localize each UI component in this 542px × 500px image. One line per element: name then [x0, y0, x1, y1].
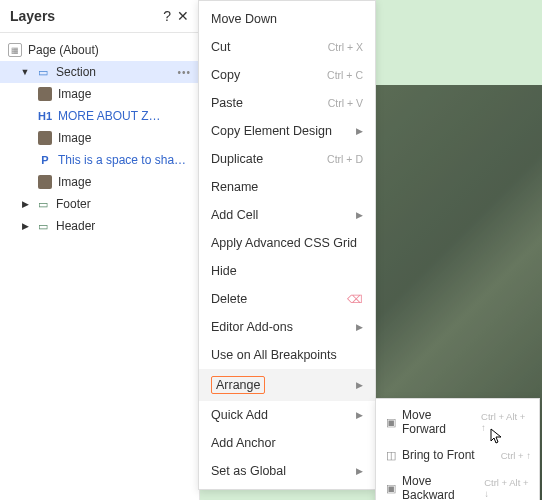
item-label: Image [58, 175, 91, 189]
menu-duplicate[interactable]: DuplicateCtrl + D [199, 145, 375, 173]
page-icon: ▦ [8, 43, 22, 57]
expand-icon[interactable]: ▶ [20, 199, 30, 209]
menu-addons[interactable]: Editor Add-ons▶ [199, 313, 375, 341]
item-label: This is a space to sha… [58, 153, 186, 167]
item-label: Image [58, 87, 91, 101]
tree-header[interactable]: ▶ ▭ Header [0, 215, 199, 237]
layers-panel: Layers ? ✕ ▦ Page (About) ▼ ▭ Section ••… [0, 0, 200, 500]
menu-css-grid[interactable]: Apply Advanced CSS Grid [199, 229, 375, 257]
chevron-right-icon: ▶ [356, 410, 363, 420]
arrange-submenu: ▣ Move ForwardCtrl + Alt + ↑ ◫ Bring to … [375, 398, 540, 500]
menu-copy[interactable]: CopyCtrl + C [199, 61, 375, 89]
image-thumb-icon [38, 175, 52, 189]
tree-heading[interactable]: H1 MORE ABOUT Z… [0, 105, 199, 127]
move-forward-icon: ▣ [384, 416, 397, 429]
delete-icon: ⌫ [347, 293, 363, 306]
footer-label: Footer [56, 197, 91, 211]
layers-title: Layers [10, 8, 55, 24]
help-icon[interactable]: ? [163, 8, 171, 24]
collapse-icon[interactable]: ▼ [20, 67, 30, 77]
close-icon[interactable]: ✕ [177, 8, 189, 24]
tree-image-2[interactable]: Image [0, 127, 199, 149]
section-label: Section [56, 65, 96, 79]
menu-move-down[interactable]: Move Down [199, 5, 375, 33]
menu-cut[interactable]: CutCtrl + X [199, 33, 375, 61]
image-thumb-icon [38, 87, 52, 101]
menu-hide[interactable]: Hide [199, 257, 375, 285]
image-thumb-icon [38, 131, 52, 145]
p-icon: P [38, 153, 52, 167]
submenu-move-forward[interactable]: ▣ Move ForwardCtrl + Alt + ↑ [376, 402, 539, 442]
tree-image-3[interactable]: Image [0, 171, 199, 193]
submenu-move-backward[interactable]: ▣ Move BackwardCtrl + Alt + ↓ [376, 468, 539, 500]
menu-paste[interactable]: PasteCtrl + V [199, 89, 375, 117]
tree-footer[interactable]: ▶ ▭ Footer [0, 193, 199, 215]
chevron-right-icon: ▶ [356, 322, 363, 332]
menu-rename[interactable]: Rename [199, 173, 375, 201]
menu-add-anchor[interactable]: Add Anchor [199, 429, 375, 457]
tree-page[interactable]: ▦ Page (About) [0, 39, 199, 61]
menu-breakpoints[interactable]: Use on All Breakpoints [199, 341, 375, 369]
item-label: MORE ABOUT Z… [58, 109, 160, 123]
layer-tree: ▦ Page (About) ▼ ▭ Section ••• Image H1 … [0, 33, 199, 243]
layers-header: Layers ? ✕ [0, 0, 199, 33]
menu-arrange[interactable]: Arrange▶ [199, 369, 375, 401]
chevron-right-icon: ▶ [356, 380, 363, 390]
more-icon[interactable]: ••• [177, 67, 191, 78]
cursor-icon [490, 428, 504, 446]
menu-delete[interactable]: Delete⌫ [199, 285, 375, 313]
item-label: Image [58, 131, 91, 145]
tree-section[interactable]: ▼ ▭ Section ••• [0, 61, 199, 83]
header-label: Header [56, 219, 95, 233]
chevron-right-icon: ▶ [356, 466, 363, 476]
header-icon: ▭ [36, 219, 50, 233]
header-icons: ? ✕ [163, 8, 189, 24]
menu-quick-add[interactable]: Quick Add▶ [199, 401, 375, 429]
page-label: Page (About) [28, 43, 99, 57]
context-menu: Move Down CutCtrl + X CopyCtrl + C Paste… [198, 0, 376, 490]
chevron-right-icon: ▶ [356, 126, 363, 136]
move-backward-icon: ▣ [384, 482, 397, 495]
h1-icon: H1 [38, 109, 52, 123]
tree-paragraph[interactable]: P This is a space to sha… [0, 149, 199, 171]
section-icon: ▭ [36, 65, 50, 79]
expand-icon[interactable]: ▶ [20, 221, 30, 231]
menu-add-cell[interactable]: Add Cell▶ [199, 201, 375, 229]
submenu-bring-to-front[interactable]: ◫ Bring to FrontCtrl + ↑ [376, 442, 539, 468]
tree-image-1[interactable]: Image [0, 83, 199, 105]
menu-set-global[interactable]: Set as Global▶ [199, 457, 375, 485]
footer-icon: ▭ [36, 197, 50, 211]
chevron-right-icon: ▶ [356, 210, 363, 220]
menu-copy-design[interactable]: Copy Element Design▶ [199, 117, 375, 145]
bring-front-icon: ◫ [384, 449, 397, 462]
